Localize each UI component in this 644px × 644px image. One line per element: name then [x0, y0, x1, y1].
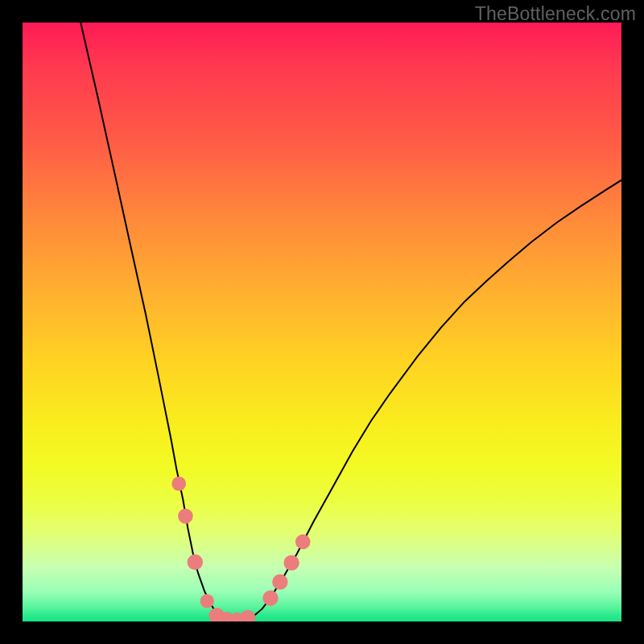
curve-layer — [23, 23, 621, 621]
data-marker — [171, 477, 186, 491]
data-marker — [200, 594, 214, 608]
data-marker — [188, 555, 203, 570]
data-marker — [283, 555, 299, 570]
data-marker — [295, 535, 311, 550]
data-marker — [262, 590, 278, 605]
data-marker — [240, 610, 255, 621]
bottleneck-curve — [80, 23, 621, 621]
data-marker — [272, 574, 287, 589]
watermark-text: TheBottleneck.com — [475, 3, 636, 25]
chart-frame: TheBottleneck.com — [0, 0, 644, 644]
data-marker — [178, 509, 193, 524]
plot-area — [23, 23, 621, 621]
